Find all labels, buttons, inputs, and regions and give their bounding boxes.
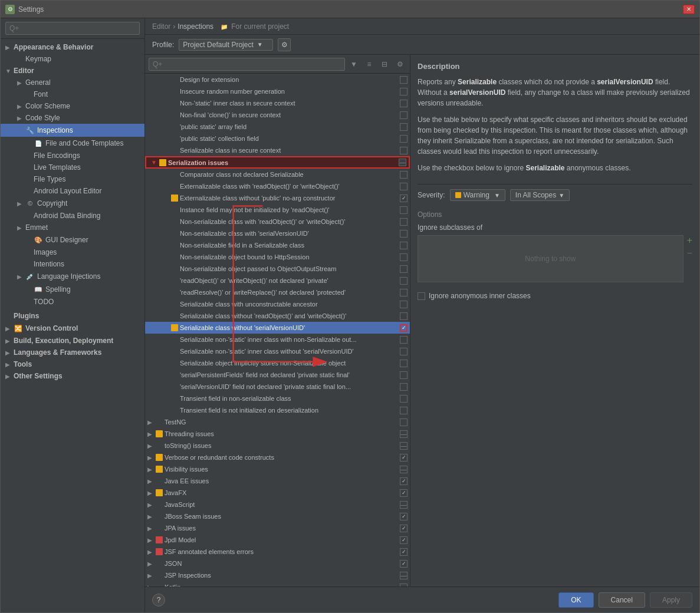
insp-nonser-readobj[interactable]: Non-serializable class with 'readObject(… <box>145 216 410 228</box>
sidebar-item-copyright[interactable]: ▶ © Copyright <box>1 197 144 210</box>
profile-select[interactable]: Project Default Project ▼ <box>179 39 273 51</box>
insp-jboss-seam[interactable]: ▶ JBoss Seam issues <box>145 510 410 522</box>
insp-jpdl[interactable]: ▶ Jpdl Model <box>145 534 410 546</box>
insp-nonfinal-clone[interactable]: Non-final 'clone()' in secure context <box>145 109 410 121</box>
sidebar-item-file-code-templates[interactable]: 📄 File and Code Templates <box>1 137 144 150</box>
insp-java-ee[interactable]: ▶ Java EE issues <box>145 475 410 487</box>
insp-kotlin[interactable]: ▶ Kotlin — <box>145 581 410 586</box>
sidebar-item-plugins[interactable]: Plugins <box>1 310 144 322</box>
insp-serializable-class-secure[interactable]: Serializable class in secure context <box>145 144 410 156</box>
sidebar-item-spelling[interactable]: 📖 Spelling <box>1 283 144 296</box>
jsf-checkbox[interactable] <box>400 548 407 556</box>
insp-jpa[interactable]: ▶ JPA issues <box>145 522 410 534</box>
sidebar-item-language-injections[interactable]: ▶ 💉 Language Injections <box>1 270 144 283</box>
insp-externalizable-noarg[interactable]: Externalizable class without 'public' no… <box>145 192 410 204</box>
sidebar-item-android-layout[interactable]: Android Layout Editor <box>1 185 144 197</box>
ignore-anon-checkbox[interactable] <box>418 292 425 300</box>
apply-button[interactable]: Apply <box>650 592 692 608</box>
insp-nonstatic-inner[interactable]: Non-'static' inner class in secure conte… <box>145 97 410 109</box>
insp-without-serialversionuid[interactable]: Serializable class without 'serialVersio… <box>145 322 410 334</box>
sidebar-item-build-exec[interactable]: ▶ Build, Execution, Deployment <box>1 335 144 347</box>
sidebar-item-inspections[interactable]: 🔧 Inspections <box>1 124 144 137</box>
jpdl-checkbox[interactable] <box>400 536 407 544</box>
insp-without-readobj[interactable]: Serializable class without 'readObject()… <box>145 310 410 322</box>
insp-insecure-random[interactable]: Insecure random number generation <box>145 85 410 97</box>
sidebar-item-todo[interactable]: TODO <box>1 296 144 308</box>
insp-unconstructable[interactable]: Serializable class with unconstructable … <box>145 298 410 310</box>
insp-serial-version-long[interactable]: 'serialVersionUID' field not declared 'p… <box>145 381 410 393</box>
sidebar-item-keymap[interactable]: Keymap <box>1 53 144 65</box>
expand-all-button[interactable]: ≡ <box>363 58 376 71</box>
scope-select[interactable]: In All Scopes ▼ <box>510 189 570 201</box>
collapse-all-button[interactable]: ⊟ <box>378 58 391 71</box>
sidebar-item-tools[interactable]: ▶ Tools <box>1 358 144 370</box>
externalizable-checkbox[interactable] <box>400 195 407 202</box>
insp-nonser-objout[interactable]: Non-serializable object passed to Object… <box>145 263 410 275</box>
sidebar-item-intentions[interactable]: Intentions <box>1 258 144 270</box>
insp-transient-nonser[interactable]: Transient field in non-serializable clas… <box>145 393 410 404</box>
insp-threading[interactable]: ▶ Threading issues — <box>145 428 410 440</box>
insp-javascript[interactable]: ▶ JavaScript — <box>145 499 410 510</box>
insp-public-static-coll[interactable]: 'public static' collection field <box>145 133 410 144</box>
insp-nonser-inner-uid[interactable]: Serializable non-'static' inner class wi… <box>145 345 410 357</box>
serialversionuid-checkbox[interactable] <box>400 324 407 332</box>
insp-tostring[interactable]: ▶ toString() issues — <box>145 440 410 451</box>
jboss-checkbox[interactable] <box>400 513 407 520</box>
sidebar-item-languages[interactable]: ▶ Languages & Frameworks <box>1 347 144 358</box>
insp-public-static-array[interactable]: 'public static' array field <box>145 121 410 133</box>
sidebar-search-input[interactable] <box>5 22 140 35</box>
insp-jsp[interactable]: ▶ JSP Inspections — <box>145 569 410 581</box>
insp-verbose[interactable]: ▶ Verbose or redundant code constructs <box>145 451 410 463</box>
cancel-button[interactable]: Cancel <box>599 592 645 608</box>
sidebar-item-file-types[interactable]: File Types <box>1 173 144 185</box>
sidebar-item-font[interactable]: Font <box>1 88 144 100</box>
insp-implicitly-stores[interactable]: Serializable object implicitly stores no… <box>145 357 410 369</box>
insp-javafx[interactable]: ▶ JavaFX <box>145 487 410 499</box>
insp-json[interactable]: ▶ JSON <box>145 558 410 569</box>
javafx-checkbox[interactable] <box>400 489 407 497</box>
sidebar-item-android-data[interactable]: Android Data Binding <box>1 210 144 222</box>
add-subclass-button[interactable]: + <box>687 235 692 246</box>
json-checkbox[interactable] <box>400 560 407 568</box>
inspections-search-input[interactable] <box>149 58 345 71</box>
sidebar-item-other[interactable]: ▶ Other Settings <box>1 370 144 382</box>
insp-transient-init[interactable]: Transient field is not initialized on de… <box>145 404 410 416</box>
insp-readresolve-protected[interactable]: 'readResolve()' or 'writeReplace()' not … <box>145 286 410 298</box>
insp-instance-field[interactable]: Instance field may not be initialized by… <box>145 204 410 216</box>
insp-externalizable-readobj[interactable]: Externalizable class with 'readObject()'… <box>145 180 410 192</box>
help-button[interactable]: ? <box>152 594 165 607</box>
filter-button[interactable]: ▼ <box>347 58 360 71</box>
remove-subclass-button[interactable]: − <box>687 248 692 259</box>
insp-jsf[interactable]: ▶ JSF annotated elements errors <box>145 546 410 558</box>
insp-nonser-serialuid[interactable]: Non-serializable class with 'serialVersi… <box>145 228 410 239</box>
insp-comparator[interactable]: Comparator class not declared Serializab… <box>145 169 410 180</box>
insp-serialization-issues[interactable]: ▼ Serialization issues — <box>145 156 410 169</box>
ok-button[interactable]: OK <box>558 592 593 608</box>
close-button[interactable]: ✕ <box>683 5 695 14</box>
sidebar-item-file-encodings[interactable]: File Encodings <box>1 150 144 162</box>
insp-serial-persistent[interactable]: 'serialPersistentFields' field not decla… <box>145 369 410 381</box>
sidebar-item-editor[interactable]: ▼ Editor <box>1 65 144 77</box>
sidebar-item-general[interactable]: ▶ General <box>1 77 144 88</box>
insp-testng[interactable]: ▶ TestNG <box>145 416 410 428</box>
sidebar-item-images[interactable]: Images <box>1 246 144 258</box>
severity-select[interactable]: Warning ▼ <box>450 189 505 201</box>
insp-visibility[interactable]: ▶ Visibility issues — <box>145 463 410 475</box>
verbose-checkbox[interactable] <box>400 454 407 462</box>
sidebar-item-color-scheme[interactable]: ▶ Color Scheme <box>1 100 144 112</box>
profile-gear-button[interactable]: ⚙ <box>278 38 291 51</box>
sidebar-item-gui-designer[interactable]: 🎨 GUI Designer <box>1 233 144 246</box>
javaee-checkbox[interactable] <box>400 477 407 485</box>
insp-nonser-inner-out[interactable]: Serializable non-'static' inner class wi… <box>145 334 410 345</box>
sidebar-item-emmet[interactable]: ▶ Emmet <box>1 222 144 233</box>
jpa-checkbox[interactable] <box>400 525 407 532</box>
sidebar-item-live-templates[interactable]: Live Templates <box>1 162 144 173</box>
sidebar-item-code-style[interactable]: ▶ Code Style <box>1 112 144 124</box>
settings-button[interactable]: ⚙ <box>393 58 406 71</box>
sidebar-item-appearance[interactable]: ▶ Appearance & Behavior <box>1 41 144 53</box>
insp-design-ext[interactable]: Design for extension <box>145 74 410 85</box>
insp-nonser-http[interactable]: Non-serializable object bound to HttpSes… <box>145 251 410 263</box>
insp-readobj-private[interactable]: 'readObject()' or 'writeObject()' not de… <box>145 275 410 286</box>
sidebar-item-version-control[interactable]: ▶ 🔀 Version Control <box>1 322 144 335</box>
insp-nonser-field[interactable]: Non-serializable field in a Serializable… <box>145 239 410 251</box>
